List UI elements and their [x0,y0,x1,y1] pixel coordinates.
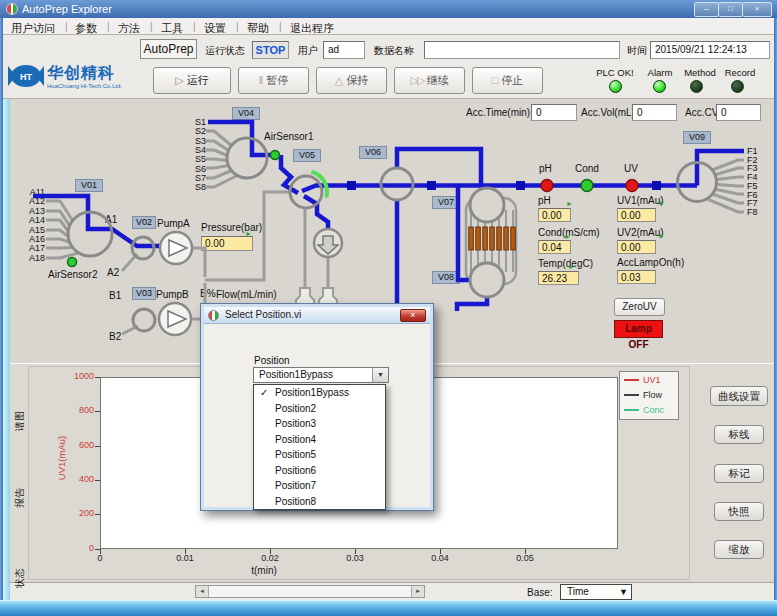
position-combobox[interactable]: Position1Bypass ▼ [253,367,389,383]
publish-arrow-icon: ► [568,263,575,270]
menu-exit[interactable]: 退出程序 [290,21,334,36]
left-glass-strip [3,99,10,600]
uv1-readout-value: 0.00 [617,208,656,222]
dropdown-option-2[interactable]: Position2 [254,401,385,417]
uv2-readout-label: UV2(mAu) [617,227,664,238]
dialog-close-button[interactable]: × [400,309,426,322]
base-dropdown[interactable]: Time ▼ [560,584,632,600]
menu-user-access[interactable]: 用户访问 [11,21,55,36]
zoom-button[interactable]: 缩放 [714,540,764,559]
chevron-down-icon: ▼ [619,587,628,597]
resume-button[interactable]: ▷▷ 继续 [394,67,465,94]
scroll-right-arrow[interactable]: ► [411,586,424,597]
zero-uv-button[interactable]: ZeroUV [614,298,665,316]
label-b1: B1 [109,290,121,301]
pause-button[interactable]: ‖ 暂停 [238,67,309,94]
valve-label-v08[interactable]: V08 [432,271,460,284]
menu-parameters[interactable]: 参数 [75,21,97,36]
x-tick: 0.04 [423,553,457,563]
hold-button[interactable]: △ 保持 [316,67,387,94]
dropdown-option-4[interactable]: Position4 [254,432,385,448]
user-input[interactable]: ad [323,41,365,59]
flow-legend-line [624,394,639,396]
valve-label-v07[interactable]: V07 [432,196,460,209]
curve-settings-button[interactable]: 曲线设置 [710,386,768,406]
plc-ok-led [609,80,622,93]
stop-button-label: 停止 [501,74,523,86]
title-bar[interactable]: AutoPrep Explorer – □ × [0,0,777,18]
run-state-value: STOP [252,41,289,59]
method-label: Method [679,67,721,78]
mark-button[interactable]: 标记 [714,464,764,483]
port-f8: F8 [747,207,758,218]
menu-settings[interactable]: 设置 [204,21,226,36]
valve-label-v02[interactable]: V02 [132,216,156,229]
run-button[interactable]: ▷ 运行 [153,67,231,94]
side-tab-report[interactable]: 报告 [13,485,27,511]
close-button[interactable]: × [742,2,772,17]
side-tab-status[interactable]: 状态 [13,565,27,591]
position-label: Position [254,355,290,366]
window-border-bottom [0,600,777,616]
time-label: 时间 [627,45,647,56]
label-b-percent: B% [200,288,216,299]
snapshot-button[interactable]: 快照 [714,502,764,521]
position-dropdown-list[interactable]: ✓Position1Bypass Position2 Position3 Pos… [253,384,386,510]
publish-arrow-icon: ► [245,230,252,237]
resume-button-label: 继续 [426,74,448,86]
ph-readout-value: 0.00 [538,208,571,222]
dropdown-option-3[interactable]: Position3 [254,416,385,432]
valve-label-v03[interactable]: V03 [132,287,156,300]
labview-vi-icon [208,310,219,321]
y-tick: 0 [66,543,94,553]
uv1-legend-line [624,379,639,381]
data-name-input[interactable] [424,41,620,59]
dropdown-option-5[interactable]: Position5 [254,447,385,463]
minimize-button[interactable]: – [694,2,719,17]
dropdown-option-7[interactable]: Position7 [254,478,385,494]
valve-label-v09[interactable]: V09 [683,131,711,144]
cond-readout-value: 0.04 [538,240,571,254]
chart-scrollbar[interactable]: ◄ ► [195,585,425,598]
side-tab-chromatogram[interactable]: 谱图 [13,408,27,434]
lamp-off-indicator[interactable]: Lamp OFF [614,320,663,338]
dialog-title-bar[interactable]: Select Position.vi × [204,307,430,324]
valve-label-v05[interactable]: V05 [293,149,321,162]
valve-label-v04[interactable]: V04 [232,107,260,120]
acclamp-readout-label: AccLampOn(h) [617,257,684,268]
acc-vol-label: Acc.Vol(mL) [581,107,635,118]
dropdown-option-1[interactable]: ✓Position1Bypass [254,385,385,401]
publish-arrow-icon: ► [564,233,571,240]
base-label: Base: [527,587,553,598]
marker-line-button[interactable]: 标线 [714,425,764,444]
scroll-left-arrow[interactable]: ◄ [196,586,209,597]
play-icon: ▷ [175,74,183,86]
fast-forward-icon: ▷▷ [411,74,424,86]
temp-readout-value: 26.23 [538,271,579,285]
hold-button-label: 保持 [346,74,368,86]
menu-help[interactable]: 帮助 [247,21,269,36]
autoprep-mode-button[interactable]: AutoPrep [140,39,197,59]
legend-uv1: UV1 [643,375,661,385]
stop-button[interactable]: □ 停止 [472,67,543,94]
menu-separator: | [193,21,196,32]
conc-legend-line [624,409,639,411]
y-tick: 400 [66,474,94,484]
menu-method[interactable]: 方法 [118,21,140,36]
time-value: 2015/09/21 12:24:13 [650,41,770,59]
label-air-sensor1: AirSensor1 [264,131,313,142]
hold-icon: △ [335,74,343,86]
run-button-label: 运行 [187,74,209,86]
checkmark-icon: ✓ [260,385,268,401]
menu-tools[interactable]: 工具 [161,21,183,36]
valve-label-v01[interactable]: V01 [75,179,103,192]
app-icon [6,3,18,15]
dropdown-option-6[interactable]: Position6 [254,463,385,479]
label-uv-sensor: UV [624,163,638,174]
autoprep-window: AutoPrep Explorer – □ × 用户访问 | 参数 | 方法 |… [0,0,777,616]
chart-legend[interactable]: UV1 Flow Conc [619,371,679,420]
maximize-button[interactable]: □ [718,2,743,17]
dropdown-option-8[interactable]: Position8 [254,494,385,510]
combobox-dropdown-button[interactable]: ▼ [372,368,388,382]
valve-label-v06[interactable]: V06 [359,146,387,159]
